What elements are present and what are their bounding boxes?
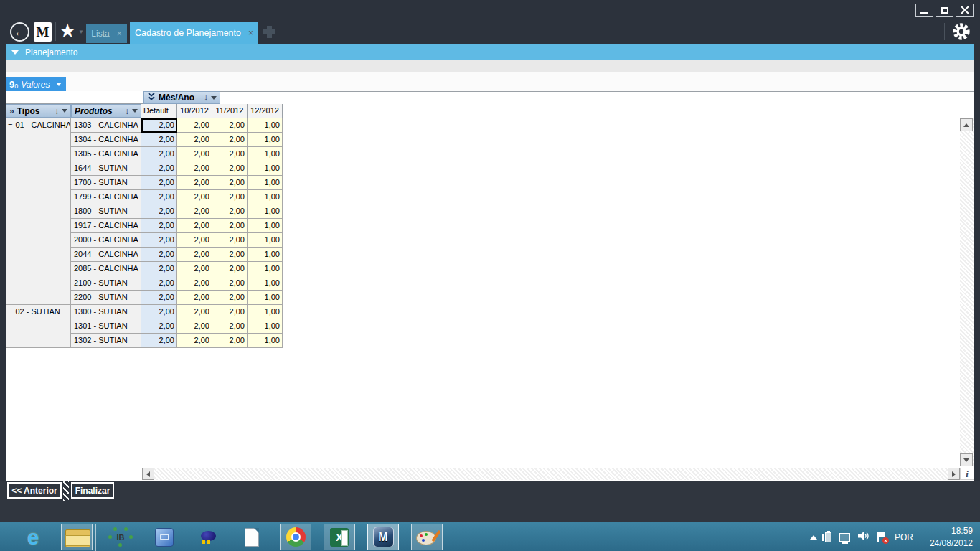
collapse-minus-icon[interactable]: − [8,306,12,316]
taskbar-internet-explorer[interactable]: e [17,524,49,550]
value-cell[interactable]: 1,00 [248,176,283,190]
tipo-group-cell[interactable]: −01 - CALCINHA [6,118,71,305]
produto-cell[interactable]: 2085 - CALCINHA [71,262,141,276]
produto-cell[interactable]: 1300 - SUTIAN [71,305,141,319]
value-cell[interactable]: 2,00 [212,190,248,204]
produtos-field-button[interactable]: Produtos ↓ [71,104,141,118]
filter-caret-icon[interactable] [211,96,217,100]
tab-close-icon[interactable]: × [117,29,122,38]
action-center-flag-icon[interactable]: × [877,532,887,542]
favorites-caret-icon[interactable]: ▼ [78,29,84,35]
value-cell[interactable]: 2,00 [141,147,177,161]
value-cell[interactable]: 1,00 [248,133,283,147]
produto-cell[interactable]: 1301 - SUTIAN [71,319,141,334]
favorites-star-icon[interactable]: ★ [59,20,76,42]
settings-gear-icon[interactable] [951,22,971,42]
value-cell[interactable]: 2,00 [212,276,248,291]
hidden-icons-arrow[interactable] [810,535,817,540]
back-button[interactable]: ← [10,22,29,42]
column-header-default[interactable]: Default [141,104,177,118]
taskbar-windows-explorer[interactable] [61,524,93,550]
value-cell[interactable]: 1,00 [248,276,283,291]
volume-icon[interactable] [858,531,870,544]
sort-down-icon[interactable]: ↓ [125,107,129,116]
tipos-field-button[interactable]: » Tipos ↓ [6,104,71,118]
close-button[interactable] [956,4,974,17]
produto-cell[interactable]: 2000 - CALCINHA [71,233,141,248]
taskbar-chrome[interactable] [280,524,311,550]
value-cell[interactable]: 1,00 [248,147,283,161]
value-cell[interactable]: 2,00 [177,204,212,219]
valores-field-button[interactable]: 9 0 Valores [6,77,66,92]
filter-caret-icon[interactable] [132,109,138,113]
value-cell[interactable]: 2,00 [177,276,212,291]
dropdown-caret-icon[interactable] [56,83,62,86]
value-cell[interactable]: 2,00 [212,204,248,219]
column-header-12-2012[interactable]: 12/2012 [248,104,283,118]
maximize-button[interactable] [936,4,953,17]
value-cell[interactable]: 2,00 [141,334,177,348]
value-cell[interactable]: 2,00 [212,291,248,305]
value-cell[interactable]: 2,00 [212,248,248,262]
value-cell[interactable]: 2,00 [141,219,177,233]
produto-cell[interactable]: 1305 - CALCINHA [71,147,141,161]
taskbar-ib-tool[interactable]: IB [105,524,136,550]
value-cell[interactable]: 2,00 [177,262,212,276]
value-cell[interactable]: 2,00 [177,118,212,133]
taskbar-m-app[interactable]: M [367,524,399,550]
value-cell[interactable]: 2,00 [141,161,177,176]
mes-ano-field-button[interactable]: Mês/Ano ↓ [143,91,220,104]
value-cell[interactable]: 2,00 [212,262,248,276]
value-cell[interactable]: 2,00 [141,319,177,334]
taskbar-paint[interactable] [411,524,443,550]
scroll-left-button[interactable] [142,468,154,480]
vertical-scrollbar[interactable] [960,118,974,466]
value-cell[interactable]: 2,00 [212,319,248,334]
produto-cell[interactable]: 1917 - CALCINHA [71,219,141,233]
value-cell[interactable]: 2,00 [177,248,212,262]
value-cell[interactable]: 2,00 [141,190,177,204]
app-logo[interactable]: M [34,22,52,42]
value-cell[interactable]: 1,00 [248,204,283,219]
value-cell[interactable]: 1,00 [248,305,283,319]
value-cell[interactable]: 2,00 [212,219,248,233]
value-cell[interactable]: 1,00 [248,262,283,276]
value-cell[interactable]: 2,00 [177,190,212,204]
filter-caret-icon[interactable] [62,109,67,113]
sort-down-icon[interactable]: ↓ [55,107,59,116]
minimize-button[interactable] [915,4,933,17]
value-cell[interactable]: 2,00 [212,233,248,248]
produto-cell[interactable]: 2100 - SUTIAN [71,276,141,291]
value-cell[interactable]: 1,00 [248,118,283,133]
value-cell[interactable]: 2,00 [177,161,212,176]
value-cell[interactable]: 2,00 [141,176,177,190]
value-cell[interactable]: 2,00 [212,161,248,176]
value-cell[interactable]: 2,00 [141,248,177,262]
value-cell[interactable]: 2,00 [177,291,212,305]
value-cell[interactable]: 2,00 [177,147,212,161]
value-cell[interactable]: 1,00 [248,161,283,176]
value-cell[interactable]: 2,00 [141,118,177,133]
language-indicator[interactable]: POR [895,532,913,542]
produto-cell[interactable]: 1644 - SUTIAN [71,161,141,176]
produto-cell[interactable]: 1303 - CALCINHA [71,118,141,133]
value-cell[interactable]: 2,00 [177,334,212,348]
value-cell[interactable]: 1,00 [248,190,283,204]
value-cell[interactable]: 2,00 [141,262,177,276]
value-cell[interactable]: 2,00 [141,305,177,319]
value-cell[interactable]: 2,00 [177,133,212,147]
produto-cell[interactable]: 1799 - CALCINHA [71,190,141,204]
value-cell[interactable]: 2,00 [141,233,177,248]
tipo-group-cell[interactable]: −02 - SUTIAN [6,305,71,348]
value-cell[interactable]: 2,00 [212,118,248,133]
taskbar-clock[interactable]: 18:59 24/08/2012 [921,525,973,550]
tab-lista[interactable]: Lista × [86,24,127,43]
produto-cell[interactable]: 2044 - CALCINHA [71,248,141,262]
value-cell[interactable]: 1,00 [248,219,283,233]
value-cell[interactable]: 2,00 [177,233,212,248]
value-cell[interactable]: 2,00 [212,305,248,319]
horizontal-scrollbar[interactable] [142,468,960,480]
value-cell[interactable]: 2,00 [212,176,248,190]
info-button[interactable]: i [960,468,974,480]
taskbar-excel[interactable]: X [324,524,355,550]
